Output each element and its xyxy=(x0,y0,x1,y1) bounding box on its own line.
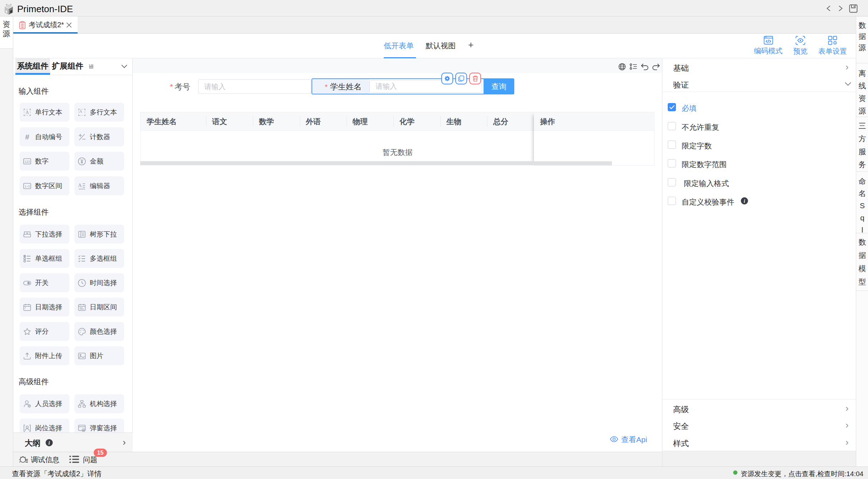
svg-text:A: A xyxy=(78,182,82,188)
svg-text:#: # xyxy=(25,133,29,141)
svg-text:i: i xyxy=(744,199,745,204)
svg-text:A: A xyxy=(25,110,29,115)
svg-text:123: 123 xyxy=(24,160,30,163)
svg-text:A: A xyxy=(79,109,82,113)
svg-text:i: i xyxy=(49,440,50,446)
svg-text:1~3: 1~3 xyxy=(25,185,30,188)
